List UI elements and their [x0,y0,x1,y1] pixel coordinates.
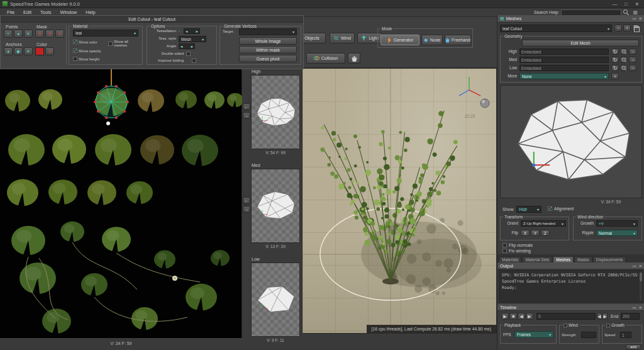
clear-low-button[interactable] [629,65,636,71]
wind-strength-field[interactable] [581,332,596,338]
step-back-button[interactable] [518,313,525,320]
close-button[interactable]: ✕ [635,1,639,7]
viewport-canvas[interactable] [303,69,497,334]
refresh-icon[interactable] [611,65,619,71]
flip-z-button[interactable]: Z [541,230,550,236]
step-forward-button[interactable] [526,313,533,320]
color-clear-button[interactable]: ✕ [45,47,54,55]
anchors-move-button[interactable]: ◆ [14,47,23,55]
points-move-button[interactable]: ● [14,30,23,38]
output-console[interactable]: GPU: NVIDIA Corporation NVIDIA GeForce R… [499,270,643,303]
lod-med-arrow-right-button[interactable] [243,206,250,213]
lod-med-preview[interactable] [251,169,300,243]
geometry-med-field[interactable]: Embedded [519,57,609,63]
mode-freehand-button[interactable]: Freehand [445,35,471,45]
more-select[interactable]: None [519,73,609,79]
mesh-asset-select[interactable]: leaf Cutout [500,25,612,32]
texture-atlas[interactable] [0,69,242,338]
tess-style-select[interactable]: Mesh [179,36,206,42]
anchors-add-button[interactable]: ● [4,47,13,55]
angle-stepper[interactable]: ◂▸ [179,43,195,49]
tab-meshes[interactable]: Meshes [553,256,574,262]
edit-mesh-button[interactable]: Edit Mesh [522,40,639,47]
menu-tools[interactable]: Tools [36,9,56,15]
growth-speed-field[interactable]: 1 [620,332,631,338]
meshes-panel-header[interactable]: Meshes [497,15,644,23]
add-button[interactable]: add [626,344,641,349]
flip-x-button[interactable]: X [521,230,530,236]
add-lod-button[interactable] [611,73,619,79]
guess-pivot-button[interactable]: Guess pivot [239,55,297,62]
help-search-input[interactable] [561,9,621,16]
float-panel-icon[interactable] [632,305,636,310]
menu-window[interactable]: Window [56,9,82,15]
atlas-canvas[interactable] [0,69,242,338]
show-all-meshes-checkbox[interactable]: Show all meshes [108,40,142,47]
fix-winding-checkbox[interactable]: Fix winding [502,249,531,253]
remove-mesh-button[interactable] [614,25,622,31]
clear-med-button[interactable] [629,57,636,63]
mode-node-button[interactable]: ◉ Node [421,35,443,45]
float-panel-icon[interactable] [632,16,636,21]
refresh-icon[interactable] [611,57,619,63]
frame-prev-button[interactable] [597,313,602,320]
stop-button[interactable] [509,313,517,320]
minimize-button[interactable]: — [613,1,618,7]
material-select[interactable]: leaf [73,30,138,37]
end-frame-field[interactable]: 200 [621,313,640,320]
whole-image-button[interactable]: Whole image [239,37,297,45]
menu-file[interactable]: File [3,9,19,15]
pan-tool-button[interactable] [348,53,360,64]
close-panel-icon[interactable] [639,305,642,310]
frame-next-button[interactable] [602,313,608,320]
double-sided-checkbox[interactable] [186,52,191,56]
search-mesh-icon[interactable] [620,65,628,71]
show-opacity-checkbox[interactable]: Show opacity [73,48,101,53]
tessellation-stepper[interactable]: ◂▸ [184,28,200,34]
timeline-panel-header[interactable]: Timeline [497,304,644,311]
growth-select[interactable]: +Y [596,220,638,227]
mesh-preview[interactable] [500,85,642,198]
output-panel-header[interactable]: Output [497,262,644,269]
flip-y-button[interactable]: Y [531,230,540,236]
orient-select[interactable]: Z-Up Right-handed [521,220,566,227]
delete-mesh-button[interactable] [632,25,640,31]
lod-high-preview[interactable] [251,75,300,149]
maximize-button[interactable]: □ [625,1,628,7]
close-panel-icon[interactable] [639,16,642,21]
output-scrollbar[interactable] [640,272,642,301]
show-height-checkbox[interactable]: Show height [73,57,99,61]
clear-high-button[interactable] [629,48,636,55]
target-select[interactable] [239,28,297,35]
layout-grid-icon[interactable] [633,9,638,15]
lod-low-preview[interactable] [251,262,300,337]
within-mask-button[interactable]: Within mask [239,46,297,54]
mask-paint-button[interactable]: ✕ [35,30,44,38]
collision-button[interactable]: Collision [306,53,345,64]
timeline-scrubber[interactable]: 0 [536,313,596,320]
mask-clear-button[interactable]: ✕ [55,30,64,38]
mode-generator-button[interactable]: Generator [380,35,419,45]
ripple-select[interactable]: Normal [596,230,638,236]
tab-displacements[interactable]: Displacements [593,256,626,262]
refresh-icon[interactable] [611,48,619,55]
lod-med-arrow-left-button[interactable] [243,197,250,204]
anchors-delete-button[interactable]: ✕ [24,47,33,55]
add-mesh-button[interactable] [623,25,631,31]
float-panel-icon[interactable] [632,263,636,269]
lod-high-arrow-right-button[interactable] [243,112,250,119]
wind-button[interactable]: Wind [330,33,355,43]
viewport-3d[interactable]: 22,23 [16 cpu threads], Last Compute 26.… [302,68,497,334]
search-mesh-icon[interactable] [620,48,628,55]
geometry-high-field[interactable]: Embedded [519,48,609,55]
improve-folding-checkbox[interactable] [192,59,196,63]
points-delete-button[interactable]: ✕ [24,30,33,38]
tab-materials[interactable]: Materials [499,256,521,262]
alignment-checkbox[interactable]: Alignment [548,206,574,211]
show-lod-select[interactable]: High [516,206,541,213]
menu-edit[interactable]: Edit [19,9,36,15]
tab-material-sets[interactable]: Material Sets [522,256,552,262]
close-panel-icon[interactable] [639,263,642,269]
growth-enable-checkbox[interactable] [606,324,610,327]
play-button[interactable] [501,313,509,320]
